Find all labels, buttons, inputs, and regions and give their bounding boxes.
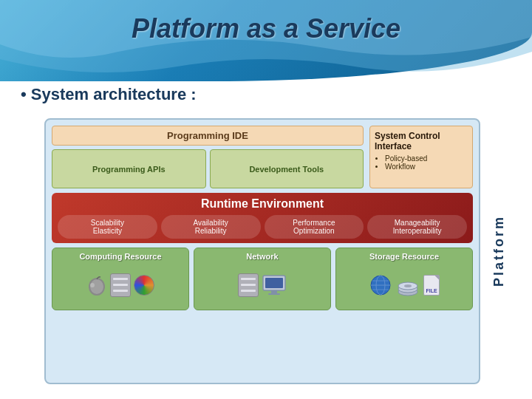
resources-section: Computing Resource — [52, 248, 473, 310]
programming-apis-box: Programming APIs — [52, 149, 206, 188]
disk-stack-icon — [395, 273, 420, 298]
storage-resource-box: Storage Resource — [335, 248, 473, 310]
globe-icon — [369, 273, 392, 297]
runtime-item-3: ManageabilityInteroperability — [367, 215, 467, 239]
development-tools-box: Development Tools — [210, 149, 364, 188]
server-icon-1 — [110, 273, 131, 297]
runtime-section: Runtime Environment ScalabilityElasticit… — [52, 193, 473, 243]
storage-resource-title: Storage Resource — [369, 252, 439, 261]
platform-label: Platform — [491, 215, 507, 287]
architecture-diagram: Programming IDE Programming APIs Develop… — [44, 118, 517, 384]
runtime-item-1: AvailabilityReliability — [161, 215, 261, 239]
diagram-outer-box: Programming IDE Programming APIs Develop… — [44, 118, 480, 384]
runtime-item-2: PerformanceOptimization — [265, 215, 364, 239]
network-resource-title: Network — [246, 252, 278, 261]
apple-icon — [86, 273, 107, 297]
runtime-title: Runtime Environment — [58, 197, 467, 211]
api-tools-row: Programming APIs Development Tools — [52, 149, 364, 188]
colorball-icon — [134, 275, 154, 296]
network-resource-box: Network — [194, 248, 331, 310]
programming-ide-box: Programming IDE — [52, 126, 364, 146]
left-top-panel: Programming IDE Programming APIs Develop… — [52, 126, 364, 188]
computing-resource-icons — [86, 264, 154, 306]
svg-rect-4 — [265, 278, 283, 288]
svg-rect-6 — [268, 293, 280, 295]
computing-resource-box: Computing Resource — [52, 248, 189, 310]
svg-point-15 — [404, 284, 412, 287]
svg-point-2 — [90, 283, 95, 287]
server-icon-2 — [238, 273, 259, 297]
system-control-box: System Control Interface Policy-based Wo… — [369, 126, 473, 188]
bullet-system-architecture: • System architecture : — [21, 85, 197, 104]
system-control-list: Policy-based Workflow — [375, 154, 468, 171]
system-control-title: System Control Interface — [375, 131, 468, 151]
system-control-item-1: Policy-based — [385, 154, 468, 163]
network-resource-icons — [238, 264, 287, 306]
storage-resource-icons: FILE — [369, 264, 440, 306]
page-title: Platform as a Service — [0, 13, 532, 44]
monitor-icon — [262, 273, 287, 298]
file-icon: FILE — [423, 275, 440, 296]
runtime-item-0: ScalabilityElasticity — [58, 215, 157, 239]
system-control-item-2: Workflow — [385, 163, 468, 171]
top-section: Programming IDE Programming APIs Develop… — [52, 126, 473, 188]
svg-rect-5 — [271, 290, 277, 293]
runtime-items: ScalabilityElasticity AvailabilityReliab… — [58, 215, 467, 239]
platform-label-container: Platform — [480, 118, 517, 384]
computing-resource-title: Computing Resource — [79, 252, 161, 261]
